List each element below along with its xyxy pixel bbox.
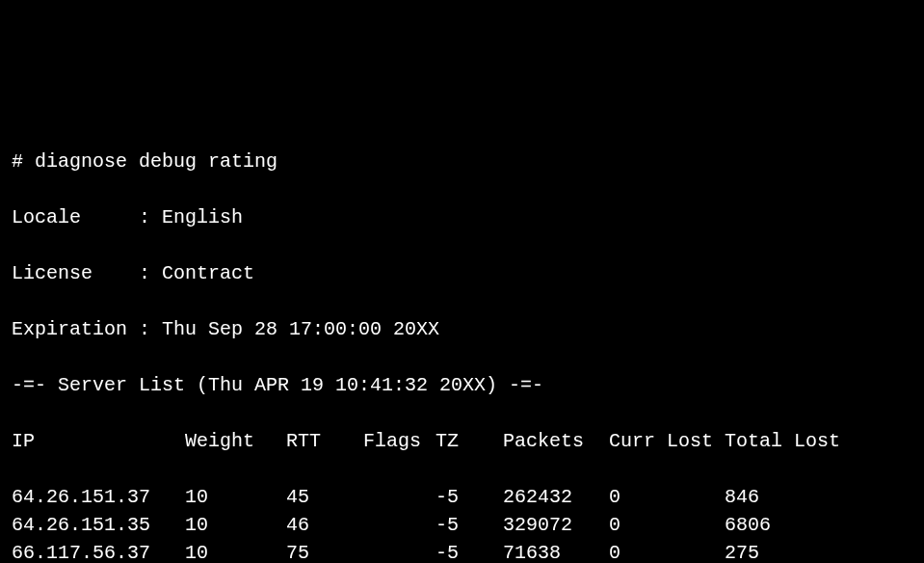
table-body: 64.26.151.371045-5262432084664.26.151.35… [12, 483, 912, 563]
terminal-output: # diagnose debug rating Locale : English… [12, 120, 912, 563]
col-header-weight: Weight [185, 427, 286, 455]
cell-flags [363, 483, 436, 511]
expiration-value: Thu Sep 28 17:00:00 20XX [162, 318, 439, 340]
cell-tz: -5 [436, 483, 503, 511]
cell-packets: 71638 [503, 539, 609, 563]
table-row: 64.26.151.371045-52624320846 [12, 483, 912, 511]
col-header-ip: IP [12, 427, 185, 455]
cell-flags [363, 511, 436, 539]
cell-rtt: 46 [286, 511, 363, 539]
cell-weight: 10 [185, 539, 286, 563]
table-row: 64.26.151.351046-532907206806 [12, 511, 912, 539]
col-header-total-lost: Total Lost [725, 427, 850, 455]
locale-value: English [162, 206, 243, 228]
command-line: # diagnose debug rating [12, 147, 912, 175]
expiration-label: Expiration [12, 318, 127, 340]
col-header-flags: Flags [363, 427, 436, 455]
cell-total-lost: 275 [725, 539, 850, 563]
cell-packets: 262432 [503, 483, 609, 511]
cell-flags [363, 539, 436, 563]
cell-packets: 329072 [503, 511, 609, 539]
col-header-packets: Packets [503, 427, 609, 455]
cell-tz: -5 [436, 539, 503, 563]
cell-curr-lost: 0 [609, 483, 725, 511]
col-header-curr-lost: Curr Lost [609, 427, 725, 455]
table-row: 66.117.56.371075-5716380275 [12, 539, 912, 563]
cell-total-lost: 6806 [725, 511, 850, 539]
cell-curr-lost: 0 [609, 511, 725, 539]
cell-curr-lost: 0 [609, 539, 725, 563]
table-header: IPWeightRTTFlagsTZPacketsCurr LostTotal … [12, 427, 912, 455]
cell-rtt: 45 [286, 483, 363, 511]
locale-label: Locale [12, 206, 81, 228]
license-label: License [12, 262, 92, 284]
license-value: Contract [162, 262, 254, 284]
cell-weight: 10 [185, 483, 286, 511]
cell-ip: 64.26.151.35 [12, 511, 185, 539]
col-header-tz: TZ [436, 427, 503, 455]
cell-ip: 66.117.56.37 [12, 539, 185, 563]
server-list-header: -=- Server List (Thu APR 19 10:41:32 20X… [12, 371, 912, 399]
license-line: License : Contract [12, 259, 912, 287]
cell-ip: 64.26.151.37 [12, 483, 185, 511]
cell-rtt: 75 [286, 539, 363, 563]
expiration-line: Expiration : Thu Sep 28 17:00:00 20XX [12, 315, 912, 343]
locale-line: Locale : English [12, 203, 912, 231]
col-header-rtt: RTT [286, 427, 363, 455]
cell-tz: -5 [436, 511, 503, 539]
cell-weight: 10 [185, 511, 286, 539]
cell-total-lost: 846 [725, 483, 850, 511]
